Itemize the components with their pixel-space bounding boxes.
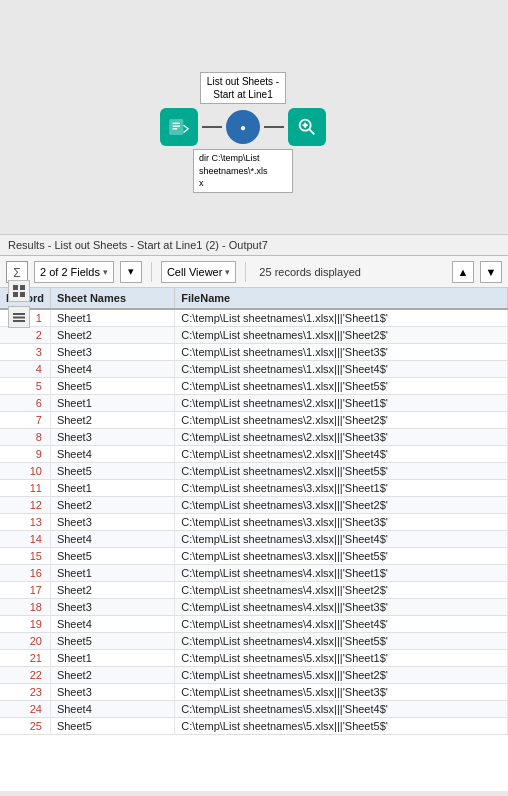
- cell-filename: C:\temp\List sheetnames\2.xlsx|||'Sheet3…: [175, 429, 508, 446]
- cell-filename: C:\temp\List sheetnames\3.xlsx|||'Sheet5…: [175, 548, 508, 565]
- cell-sheet-name: Sheet2: [50, 497, 174, 514]
- table-row: 17Sheet2C:\temp\List sheetnames\4.xlsx||…: [0, 582, 508, 599]
- cell-record: 23: [0, 684, 50, 701]
- table-row: 14Sheet4C:\temp\List sheetnames\3.xlsx||…: [0, 531, 508, 548]
- table-row: 23Sheet3C:\temp\List sheetnames\5.xlsx||…: [0, 684, 508, 701]
- cell-filename: C:\temp\List sheetnames\1.xlsx|||'Sheet4…: [175, 361, 508, 378]
- table-header-row: Record Sheet Names FileName: [0, 288, 508, 309]
- records-count: 25 records displayed: [259, 266, 361, 278]
- table-row: 19Sheet4C:\temp\List sheetnames\4.xlsx||…: [0, 616, 508, 633]
- cell-record: 14: [0, 531, 50, 548]
- cell-sheet-name: Sheet1: [50, 650, 174, 667]
- cell-sheet-name: Sheet5: [50, 463, 174, 480]
- col-header-filename[interactable]: FileName: [175, 288, 508, 309]
- cell-sheet-name: Sheet5: [50, 633, 174, 650]
- output-tool-icon[interactable]: [288, 108, 326, 146]
- cell-viewer-label: Cell Viewer: [167, 266, 222, 278]
- svg-rect-12: [20, 292, 25, 297]
- svg-line-6: [309, 129, 315, 135]
- cell-sheet-name: Sheet2: [50, 327, 174, 344]
- table-row: 18Sheet3C:\temp\List sheetnames\4.xlsx||…: [0, 599, 508, 616]
- fields-label: 2 of 2 Fields: [40, 266, 100, 278]
- cell-filename: C:\temp\List sheetnames\4.xlsx|||'Sheet5…: [175, 633, 508, 650]
- table-row: 9Sheet4C:\temp\List sheetnames\2.xlsx|||…: [0, 446, 508, 463]
- cell-record: 4: [0, 361, 50, 378]
- cell-filename: C:\temp\List sheetnames\3.xlsx|||'Sheet4…: [175, 531, 508, 548]
- table-body: 1Sheet1C:\temp\List sheetnames\1.xlsx|||…: [0, 309, 508, 735]
- table-row: 24Sheet4C:\temp\List sheetnames\5.xlsx||…: [0, 701, 508, 718]
- svg-rect-13: [13, 313, 25, 315]
- table-row: 21Sheet1C:\temp\List sheetnames\5.xlsx||…: [0, 650, 508, 667]
- table-row: 11Sheet1C:\temp\List sheetnames\3.xlsx||…: [0, 480, 508, 497]
- table-row: 15Sheet5C:\temp\List sheetnames\3.xlsx||…: [0, 548, 508, 565]
- cell-filename: C:\temp\List sheetnames\2.xlsx|||'Sheet2…: [175, 412, 508, 429]
- canvas-area: List out Sheets -Start at Line1 ●: [0, 0, 508, 235]
- table-row: 12Sheet2C:\temp\List sheetnames\3.xlsx||…: [0, 497, 508, 514]
- cell-filename: C:\temp\List sheetnames\3.xlsx|||'Sheet1…: [175, 480, 508, 497]
- cell-sheet-name: Sheet4: [50, 446, 174, 463]
- scroll-down-button[interactable]: ▼: [480, 261, 502, 283]
- cell-record: 24: [0, 701, 50, 718]
- cell-record: 19: [0, 616, 50, 633]
- cell-viewer-dropdown[interactable]: Cell Viewer ▾: [161, 261, 236, 283]
- table-row: 8Sheet3C:\temp\List sheetnames\2.xlsx|||…: [0, 429, 508, 446]
- cell-filename: C:\temp\List sheetnames\2.xlsx|||'Sheet5…: [175, 463, 508, 480]
- table-container: Record Sheet Names FileName 1Sheet1C:\te…: [0, 288, 508, 791]
- svg-rect-14: [13, 317, 25, 319]
- cell-sheet-name: Sheet2: [50, 582, 174, 599]
- cell-record: 22: [0, 667, 50, 684]
- table-row: 10Sheet5C:\temp\List sheetnames\2.xlsx||…: [0, 463, 508, 480]
- connector: [202, 126, 222, 128]
- col-header-sheetnames[interactable]: Sheet Names: [50, 288, 174, 309]
- left-panel-icon-1[interactable]: [8, 280, 30, 302]
- cell-record: 13: [0, 514, 50, 531]
- cell-record: 17: [0, 582, 50, 599]
- cell-filename: C:\temp\List sheetnames\4.xlsx|||'Sheet4…: [175, 616, 508, 633]
- cell-sheet-name: Sheet4: [50, 531, 174, 548]
- table-row: 13Sheet3C:\temp\List sheetnames\3.xlsx||…: [0, 514, 508, 531]
- cell-sheet-name: Sheet4: [50, 616, 174, 633]
- separator-2: [245, 262, 246, 282]
- table-row: 4Sheet4C:\temp\List sheetnames\1.xlsx|||…: [0, 361, 508, 378]
- cell-filename: C:\temp\List sheetnames\1.xlsx|||'Sheet3…: [175, 344, 508, 361]
- input-tool-icon[interactable]: [160, 108, 198, 146]
- cell-filename: C:\temp\List sheetnames\4.xlsx|||'Sheet1…: [175, 565, 508, 582]
- scroll-up-button[interactable]: ▲: [452, 261, 474, 283]
- left-panel-icon-2[interactable]: [8, 306, 30, 328]
- fields-dropdown[interactable]: 2 of 2 Fields ▾: [34, 261, 114, 283]
- cell-sheet-name: Sheet1: [50, 395, 174, 412]
- cell-sheet-name: Sheet1: [50, 309, 174, 327]
- cell-filename: C:\temp\List sheetnames\1.xlsx|||'Sheet2…: [175, 327, 508, 344]
- cell-record: 5: [0, 378, 50, 395]
- cell-sheet-name: Sheet5: [50, 548, 174, 565]
- cell-sheet-name: Sheet2: [50, 667, 174, 684]
- cell-sheet-name: Sheet3: [50, 514, 174, 531]
- sort-down-button[interactable]: ▾: [120, 261, 142, 283]
- svg-rect-11: [13, 292, 18, 297]
- table-row: 1Sheet1C:\temp\List sheetnames\1.xlsx|||…: [0, 309, 508, 327]
- cell-filename: C:\temp\List sheetnames\2.xlsx|||'Sheet1…: [175, 395, 508, 412]
- cell-viewer-chevron: ▾: [225, 267, 230, 277]
- cell-record: 16: [0, 565, 50, 582]
- table-row: 3Sheet3C:\temp\List sheetnames\1.xlsx|||…: [0, 344, 508, 361]
- cell-filename: C:\temp\List sheetnames\3.xlsx|||'Sheet3…: [175, 514, 508, 531]
- svg-rect-15: [13, 320, 25, 322]
- results-text: Results - List out Sheets - Start at Lin…: [8, 239, 268, 251]
- cell-filename: C:\temp\List sheetnames\5.xlsx|||'Sheet3…: [175, 684, 508, 701]
- cell-filename: C:\temp\List sheetnames\4.xlsx|||'Sheet3…: [175, 599, 508, 616]
- cell-record: 25: [0, 718, 50, 735]
- cell-record: 15: [0, 548, 50, 565]
- cell-filename: C:\temp\List sheetnames\5.xlsx|||'Sheet2…: [175, 667, 508, 684]
- cell-sheet-name: Sheet4: [50, 361, 174, 378]
- table-row: 2Sheet2C:\temp\List sheetnames\1.xlsx|||…: [0, 327, 508, 344]
- cell-record: 20: [0, 633, 50, 650]
- cell-record: 18: [0, 599, 50, 616]
- cell-filename: C:\temp\List sheetnames\5.xlsx|||'Sheet5…: [175, 718, 508, 735]
- table-row: 16Sheet1C:\temp\List sheetnames\4.xlsx||…: [0, 565, 508, 582]
- table-row: 5Sheet5C:\temp\List sheetnames\1.xlsx|||…: [0, 378, 508, 395]
- cell-record: 21: [0, 650, 50, 667]
- node-subtitle: dir C:\temp\Listsheetnames\*.xlsx: [193, 149, 293, 193]
- process-tool-icon[interactable]: ●: [226, 110, 260, 144]
- table-row: 25Sheet5C:\temp\List sheetnames\5.xlsx||…: [0, 718, 508, 735]
- cell-record: 9: [0, 446, 50, 463]
